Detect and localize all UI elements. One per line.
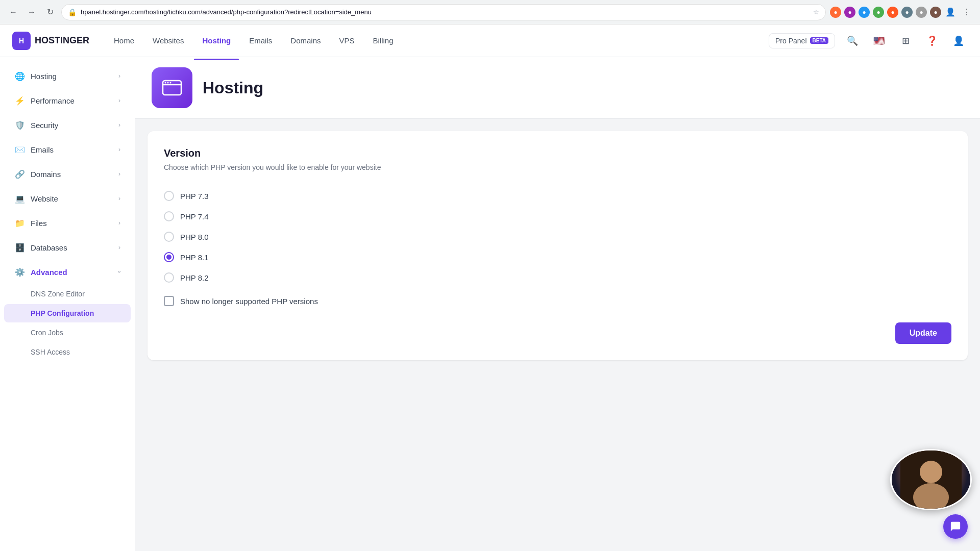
chevron-right-icon-dom: › (118, 170, 120, 178)
logo-icon: H (12, 32, 31, 50)
php74-option[interactable]: PHP 7.4 (164, 206, 951, 227)
section-title: Version (164, 147, 951, 159)
sidebar-hosting-label: Hosting (31, 72, 57, 81)
php80-radio[interactable] (164, 232, 174, 242)
php74-radio[interactable] (164, 211, 174, 221)
sidebar-sub-cron[interactable]: Cron Jobs (4, 323, 131, 342)
sidebar-sub-dns[interactable]: DNS Zone Editor (4, 285, 131, 303)
nav-billing[interactable]: Billing (365, 32, 402, 49)
show-unsupported-checkbox[interactable] (164, 296, 174, 306)
sidebar-emails-label: Emails (31, 145, 54, 154)
svg-point-6 (920, 461, 942, 483)
browser-bar: ← → ↻ 🔒 hpanel.hostinger.com/hosting/tic… (0, 0, 980, 24)
ext-icon-2[interactable]: ● (844, 7, 855, 18)
advanced-sub-items: DNS Zone Editor PHP Configuration Cron J… (0, 285, 135, 364)
chat-icon (950, 521, 961, 532)
php-config-card: Version Choose which PHP version you wou… (148, 131, 968, 360)
apps-icon[interactable]: ⊞ (896, 32, 915, 50)
sidebar-security-label: Security (31, 121, 58, 130)
sidebar-item-performance[interactable]: ⚡ Performance › (4, 89, 131, 112)
php73-label: PHP 7.3 (180, 192, 209, 201)
back-button[interactable]: ← (6, 5, 20, 19)
sidebar-sub-php[interactable]: PHP Configuration (4, 304, 131, 322)
php80-label: PHP 8.0 (180, 233, 209, 241)
update-btn-row: Update (164, 322, 951, 344)
php73-radio[interactable] (164, 191, 174, 201)
domains-icon: 🔗 (14, 168, 26, 180)
browser-actions: ● ● ● ● ● ● ● ● 👤 ⋮ (830, 5, 974, 19)
sidebar-item-files[interactable]: 📁 Files › (4, 211, 131, 235)
beta-badge: BETA (810, 37, 828, 44)
nav-vps[interactable]: VPS (331, 32, 362, 49)
sidebar-item-hosting[interactable]: 🌐 Hosting › (4, 64, 131, 88)
ext-icon-3[interactable]: ● (859, 7, 870, 18)
chevron-right-icon-web: › (118, 195, 120, 202)
person-svg (900, 449, 962, 510)
nav-emails[interactable]: Emails (241, 32, 280, 49)
search-button[interactable]: 🔍 (843, 32, 862, 50)
sidebar-item-domains[interactable]: 🔗 Domains › (4, 162, 131, 186)
extension-icons: ● ● ● ● ● ● ● ● (830, 7, 941, 18)
user-icon[interactable]: 👤 (949, 32, 968, 50)
ext-icon-5[interactable]: ● (887, 7, 898, 18)
ext-icon-4[interactable]: ● (873, 7, 884, 18)
logo[interactable]: H HOSTINGER (12, 32, 89, 50)
section-desc: Choose which PHP version you would like … (164, 163, 951, 171)
sidebar-item-advanced[interactable]: ⚙️ Advanced › (4, 260, 131, 284)
ext-icon-1[interactable]: ● (830, 7, 841, 18)
show-unsupported-label: Show no longer supported PHP versions (180, 297, 318, 306)
address-bar[interactable]: 🔒 hpanel.hostinger.com/hosting/tichku.co… (61, 4, 826, 20)
ext-icon-8[interactable]: ● (930, 7, 941, 18)
profile-button[interactable]: 👤 (943, 5, 958, 19)
ext-icon-7[interactable]: ● (916, 7, 927, 18)
sidebar-item-security[interactable]: 🛡️ Security › (4, 113, 131, 137)
php81-label: PHP 8.1 (180, 253, 209, 262)
show-unsupported-option[interactable]: Show no longer supported PHP versions (164, 296, 951, 306)
update-button[interactable]: Update (895, 322, 951, 344)
chevron-right-icon-email: › (118, 146, 120, 153)
video-thumbnail (890, 449, 972, 510)
hosting-svg-icon (162, 78, 182, 98)
sidebar-databases-label: Databases (31, 243, 67, 252)
content-area: Hosting Version Choose which PHP version… (135, 57, 980, 551)
sidebar-sub-ssh[interactable]: SSH Access (4, 343, 131, 361)
sidebar-advanced-label: Advanced (31, 268, 67, 277)
files-icon: 📁 (14, 217, 26, 229)
nav-domains[interactable]: Domains (282, 32, 329, 49)
nav-websites[interactable]: Websites (144, 32, 192, 49)
header-right: Pro Panel BETA 🔍 🇺🇸 ⊞ ❓ 👤 (769, 32, 968, 50)
video-person (892, 450, 970, 509)
menu-button[interactable]: ⋮ (960, 5, 974, 19)
hosting-icon: 🌐 (14, 70, 26, 82)
page-icon-area: Hosting (135, 57, 980, 119)
php81-option[interactable]: PHP 8.1 (164, 247, 951, 267)
page-title-area: Hosting (203, 79, 263, 97)
pro-panel-button[interactable]: Pro Panel BETA (769, 33, 835, 48)
url-text: hpanel.hostinger.com/hosting/tichku.com/… (81, 8, 809, 16)
star-icon: ☆ (813, 8, 819, 16)
chevron-right-icon-perf: › (118, 97, 120, 104)
php82-radio[interactable] (164, 272, 174, 283)
nav-home[interactable]: Home (106, 32, 142, 49)
nav-hosting[interactable]: Hosting (194, 32, 239, 49)
ext-icon-6[interactable]: ● (901, 7, 913, 18)
main-layout: 🌐 Hosting › ⚡ Performance › 🛡️ Security … (0, 57, 980, 551)
forward-button[interactable]: → (24, 5, 39, 19)
sidebar-item-website[interactable]: 💻 Website › (4, 187, 131, 210)
chevron-down-icon-adv: › (116, 271, 123, 273)
php81-radio[interactable] (164, 252, 174, 262)
help-icon[interactable]: ❓ (923, 32, 941, 50)
sidebar-performance-label: Performance (31, 96, 75, 105)
sidebar-item-emails[interactable]: ✉️ Emails › (4, 138, 131, 161)
flag-icon[interactable]: 🇺🇸 (870, 32, 888, 50)
sidebar: 🌐 Hosting › ⚡ Performance › 🛡️ Security … (0, 57, 135, 551)
reload-button[interactable]: ↻ (43, 5, 57, 19)
php73-option[interactable]: PHP 7.3 (164, 186, 951, 206)
sidebar-item-databases[interactable]: 🗄️ Databases › (4, 236, 131, 259)
performance-icon: ⚡ (14, 95, 26, 106)
chat-fab-button[interactable] (943, 514, 968, 539)
php80-option[interactable]: PHP 8.0 (164, 227, 951, 247)
php82-option[interactable]: PHP 8.2 (164, 267, 951, 288)
chevron-right-icon-db: › (118, 244, 120, 251)
svg-point-4 (170, 82, 172, 84)
